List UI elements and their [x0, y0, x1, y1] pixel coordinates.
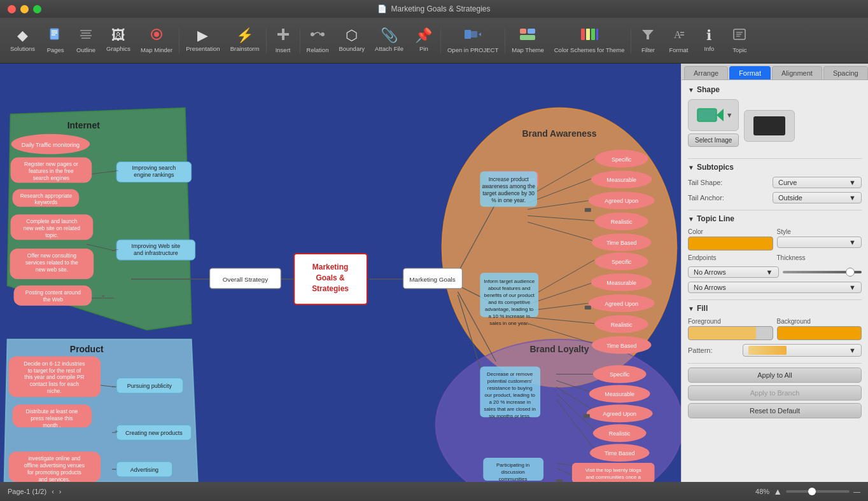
background-swatch[interactable] [777, 326, 862, 340]
svg-line-72 [556, 463, 594, 469]
tab-arrange[interactable]: Arrange [684, 66, 728, 79]
toolbar-pages[interactable]: Pages [40, 25, 71, 56]
toolbar-color-schemes[interactable]: Color Schemes for Theme [549, 25, 630, 56]
no-arrows-dropdown-2[interactable]: No Arrows ▼ [688, 282, 862, 293]
select-image-button[interactable]: Select Image [688, 134, 739, 147]
map-minder-icon [148, 27, 165, 44]
main-layout: Internet Product Brand Awareness Brand L… [0, 64, 868, 482]
toolbar-info[interactable]: ℹ Info [694, 26, 724, 55]
panel-tabs: Arrange Format Alignment Spacing [682, 64, 868, 80]
color-swatch[interactable] [688, 237, 773, 251]
svg-rect-150 [480, 273, 538, 317]
toolbar-insert[interactable]: Insert [268, 25, 298, 56]
svg-marker-35 [4, 340, 198, 482]
tail-anchor-dropdown[interactable]: Outside ▼ [773, 192, 862, 203]
svg-point-164 [595, 315, 648, 333]
svg-rect-91 [11, 214, 94, 240]
svg-point-176 [593, 366, 647, 383]
style-dropdown[interactable]: ▼ [777, 237, 862, 248]
toolbar-solutions[interactable]: ◆ Solutions [5, 26, 40, 55]
tail-shape-dropdown[interactable]: Curve ▼ [773, 177, 862, 188]
toolbar-brainstorm[interactable]: ⚡ Brainstorm [225, 26, 265, 55]
subtopics-section-header[interactable]: ▼ Subtopics [688, 163, 862, 172]
toolbar-filter[interactable]: Filter [633, 25, 663, 56]
svg-text:search engines: search engines [33, 175, 69, 181]
toolbar-relation[interactable]: Relation [302, 25, 334, 56]
svg-rect-21 [581, 29, 585, 40]
minimize-button[interactable] [20, 5, 29, 13]
toolbar-graphics[interactable]: 🖼 Graphics [101, 26, 136, 55]
svg-text:features in the free: features in the free [29, 168, 74, 174]
toolbar-open-project[interactable]: Open in PROJECT [442, 25, 503, 56]
canvas[interactable]: Internet Product Brand Awareness Brand L… [0, 64, 681, 482]
svg-line-68 [556, 380, 594, 393]
shape-section-header[interactable]: ▼ Shape [688, 85, 862, 94]
svg-text:Advertising: Advertising [130, 467, 158, 473]
svg-text:Measurable: Measurable [606, 280, 636, 286]
apply-all-button[interactable]: Apply to All [688, 367, 862, 383]
window-title: 📄 Marketing Goals & Strategies [377, 4, 490, 13]
toolbar-pin[interactable]: 📌 Pin [409, 26, 439, 55]
topic-line-section: ▼ Topic Line Color Style ▼ [688, 214, 862, 293]
close-button[interactable] [8, 5, 16, 13]
maximize-button[interactable] [33, 5, 41, 13]
pin-icon: 📌 [415, 29, 432, 43]
tab-spacing[interactable]: Spacing [823, 66, 868, 79]
zoom-slider[interactable] [786, 490, 850, 493]
toolbar-map-theme[interactable]: Map Theme [507, 25, 549, 56]
toolbar-topic[interactable]: Topic [724, 25, 755, 56]
filter-icon [641, 27, 655, 44]
toolbar-map-minder[interactable]: Map Minder [136, 25, 178, 56]
toolbar-outline[interactable]: Outline [71, 25, 101, 56]
tab-alignment[interactable]: Alignment [772, 66, 822, 79]
svg-line-69 [556, 387, 594, 411]
tab-format[interactable]: Format [729, 66, 771, 79]
svg-text:to target for the rest of: to target for the rest of [28, 367, 81, 374]
svg-text:Pursuing publicity: Pursuing publicity [127, 383, 172, 389]
svg-rect-117 [13, 404, 92, 427]
svg-text:niche.: niche. [47, 388, 62, 394]
zoom-decrease-button[interactable]: ▲ [773, 486, 782, 497]
svg-line-66 [528, 324, 594, 344]
zoom-increase-button[interactable]: — [853, 488, 860, 495]
foreground-swatch[interactable] [688, 326, 773, 340]
svg-text:Increase product: Increase product [489, 176, 529, 182]
svg-text:Brand Awareness: Brand Awareness [522, 128, 596, 139]
brainstorm-icon: ⚡ [236, 29, 253, 43]
svg-text:Marketing Goals: Marketing Goals [409, 276, 455, 283]
graphics-icon: 🖼 [111, 29, 125, 43]
shape-selector[interactable]: ▼ [688, 99, 739, 131]
endpoints-thickness-row: Endpoints Thickness [688, 254, 862, 263]
topic-line-section-header[interactable]: ▼ Topic Line [688, 214, 862, 223]
prev-page-button[interactable]: ‹ [52, 488, 54, 495]
svg-text:about features and: about features and [488, 285, 530, 291]
svg-text:Brand Loyalty: Brand Loyalty [529, 344, 589, 354]
toolbar-attach-file[interactable]: 📎 Attach File [370, 26, 409, 55]
svg-text:Specific: Specific [612, 156, 632, 163]
svg-text:month .: month . [43, 422, 60, 429]
thickness-slider[interactable] [783, 266, 862, 278]
apply-branch-button[interactable]: Apply to Branch [688, 385, 862, 401]
toolbar-sep-1 [179, 28, 179, 53]
no-arrows-dropdown-1[interactable]: No Arrows ▼ [688, 266, 779, 278]
next-page-button[interactable]: › [59, 488, 62, 495]
reset-default-button[interactable]: Reset to Default [688, 403, 862, 418]
svg-rect-99 [14, 285, 92, 306]
svg-rect-199 [697, 109, 717, 121]
toolbar: ◆ Solutions Pages Outline 🖼 Graphics Map… [0, 18, 868, 64]
svg-marker-33 [8, 108, 192, 330]
fill-section-header[interactable]: ▼ Fill [688, 304, 862, 313]
svg-text:Agreed Upon: Agreed Upon [605, 301, 638, 307]
toolbar-boundary[interactable]: ⬡ Boundary [333, 26, 370, 55]
toolbar-presentation[interactable]: ▶ Presentation [181, 26, 225, 55]
pattern-dropdown[interactable]: ▼ [743, 344, 862, 357]
svg-rect-190 [572, 463, 655, 482]
svg-text:+: + [101, 292, 105, 299]
svg-rect-197 [584, 414, 590, 418]
toolbar-format[interactable]: A Format [663, 25, 694, 56]
svg-text:communities: communities [499, 476, 528, 482]
svg-rect-168 [480, 367, 540, 418]
svg-rect-11 [277, 33, 289, 36]
svg-text:Posting content around: Posting content around [25, 289, 81, 296]
color-schemes-icon [580, 27, 599, 44]
